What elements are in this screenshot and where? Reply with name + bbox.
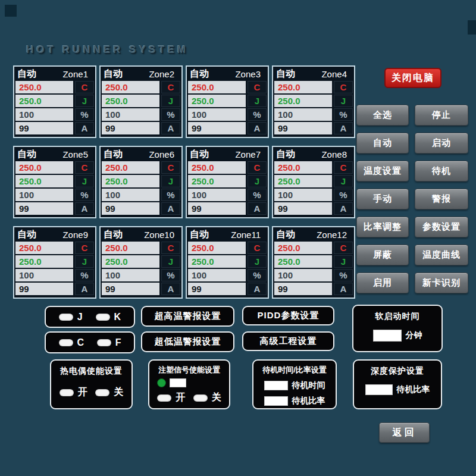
soft-start-label: 软启动时间	[353, 311, 441, 322]
manual-mode-button[interactable]: 手动	[356, 189, 409, 209]
zone-set-value: 250.0	[102, 175, 159, 187]
zone-panel[interactable]: 自动 Zone3 250.0 C 250.0 J 100 % 99 A	[186, 65, 269, 138]
stop-button[interactable]: 停止	[415, 105, 468, 126]
injection-signal-input[interactable]	[170, 378, 186, 387]
depth-protection-label: 深度保护设置	[354, 366, 441, 377]
tc-enable-off-option[interactable]: 关	[95, 386, 123, 399]
zone-current-row: 99 A	[102, 202, 180, 215]
zone-power-row: 100 %	[274, 108, 353, 121]
zone-set-row: 250.0 J	[102, 175, 180, 187]
ratio-adjust-button[interactable]: 比率调整	[356, 217, 409, 237]
zone-temp-unit-label: C	[248, 242, 267, 254]
select-all-button[interactable]: 全选	[356, 105, 409, 126]
percent-unit-label: %	[75, 189, 94, 201]
zone-panel[interactable]: 自动 Zone9 250.0 C 250.0 J 100 % 99 A	[13, 226, 96, 299]
zone-header: 自动 Zone11	[188, 228, 267, 240]
zone-set-value: 250.0	[274, 95, 332, 107]
zone-panel[interactable]: 自动 Zone5 250.0 C 250.0 J 100 % 99 A	[13, 146, 96, 218]
side-button-grid: 全选 停止 自动 启动 温度设置 待机 手动 警报 比率调整 参数设置 屏蔽 温…	[356, 105, 468, 293]
zone-temp-row: 250.0 C	[188, 81, 267, 93]
zone-set-value: 250.0	[274, 255, 332, 268]
ampere-unit-label: A	[334, 122, 353, 134]
param-setting-button[interactable]: 参数设置	[415, 217, 468, 237]
unit-c-option[interactable]: C	[59, 337, 84, 348]
depth-ratio-label: 待机比率	[397, 384, 430, 395]
injection-off-option[interactable]: 关	[193, 392, 221, 404]
zone-mode-label: 自动	[190, 228, 209, 241]
tc-type-k-option[interactable]: K	[96, 312, 121, 322]
radio-oval-icon	[95, 389, 109, 396]
zone-power-row: 100 %	[102, 108, 180, 121]
tc-enable-off-label: 关	[114, 386, 123, 399]
zone-mode-label: 自动	[276, 228, 295, 241]
temp-unit-select-panel: C F	[45, 331, 135, 353]
enable-button[interactable]: 启用	[356, 273, 409, 293]
shield-button[interactable]: 屏蔽	[356, 245, 409, 265]
zone-current-row: 99 A	[188, 202, 267, 215]
soft-start-unit-label: 分钟	[406, 330, 422, 341]
zone-current-row: 99 A	[15, 202, 94, 215]
zone-panel[interactable]: 自动 Zone1 250.0 C 250.0 J 100 % 99 A	[13, 65, 96, 138]
edge-decoration-square	[468, 20, 476, 35]
advanced-settings-button[interactable]: 高级工程设置	[242, 331, 334, 351]
depth-ratio-row: 待机比率	[354, 384, 441, 395]
zone-panel[interactable]: 自动 Zone6 250.0 C 250.0 J 100 % 99 A	[99, 146, 183, 218]
temp-setting-button[interactable]: 温度设置	[356, 161, 409, 181]
percent-unit-label: %	[248, 108, 267, 121]
high-temp-alarm-settings-button[interactable]: 超高温警报设置	[141, 306, 234, 327]
zone-sensor-type-label: J	[161, 175, 180, 187]
back-button[interactable]: 返回	[379, 422, 430, 443]
zone-header: 自动 Zone4	[274, 68, 353, 80]
zone-panel[interactable]: 自动 Zone7 250.0 C 250.0 J 100 % 99 A	[186, 146, 269, 218]
zone-sensor-type-label: J	[334, 255, 353, 268]
zone-current-value: 99	[15, 122, 73, 134]
injection-off-label: 关	[212, 392, 221, 404]
zone-name-label: Zone2	[149, 69, 174, 79]
shutdown-computer-button[interactable]: 关闭电脑	[384, 68, 441, 88]
injection-on-option[interactable]: 开	[157, 392, 185, 404]
standby-ratio-input[interactable]	[264, 396, 288, 406]
zone-current-value: 99	[188, 283, 246, 295]
depth-standby-ratio-input[interactable]	[365, 384, 393, 395]
tc-enable-on-option[interactable]: 开	[60, 386, 87, 399]
tc-type-j-option[interactable]: J	[59, 312, 83, 322]
zone-panel[interactable]: 自动 Zone4 250.0 C 250.0 J 100 % 99 A	[272, 65, 355, 138]
zone-panel[interactable]: 自动 Zone10 250.0 C 250.0 J 100 % 99 A	[99, 226, 183, 299]
ampere-unit-label: A	[248, 283, 267, 295]
zone-name-label: Zone3	[235, 69, 261, 79]
zone-name-label: Zone5	[62, 149, 88, 159]
zone-panel[interactable]: 自动 Zone2 250.0 C 250.0 J 100 % 99 A	[99, 65, 183, 138]
injection-options: 开 关	[149, 392, 229, 404]
temp-curve-button[interactable]: 温度曲线	[415, 245, 468, 265]
start-button[interactable]: 启动	[415, 133, 468, 154]
auto-mode-button[interactable]: 自动	[356, 133, 409, 154]
pidd-param-settings-button[interactable]: PIDD参数设置	[242, 306, 334, 325]
zone-current-row: 99 A	[274, 122, 353, 134]
zone-power-row: 100 %	[188, 269, 267, 281]
standby-button[interactable]: 待机	[415, 161, 468, 181]
standby-time-input[interactable]	[264, 381, 288, 390]
alarm-button[interactable]: 警报	[415, 189, 468, 209]
ampere-unit-label: A	[248, 122, 267, 134]
zone-header: 自动 Zone6	[102, 148, 180, 160]
zone-temp-unit-label: C	[75, 81, 94, 93]
unit-f-option[interactable]: F	[97, 337, 121, 348]
zone-temp-value: 250.0	[102, 161, 159, 174]
zone-panel[interactable]: 自动 Zone11 250.0 C 250.0 J 100 % 99 A	[186, 226, 269, 299]
zone-panel[interactable]: 自动 Zone8 250.0 C 250.0 J 100 % 99 A	[272, 146, 355, 218]
zone-name-label: Zone11	[231, 230, 261, 240]
zone-current-value: 99	[188, 202, 246, 215]
zone-panel[interactable]: 自动 Zone12 250.0 C 250.0 J 100 % 99 A	[272, 226, 355, 299]
zone-current-row: 99 A	[188, 122, 267, 134]
zone-output-percent: 100	[188, 189, 246, 201]
zone-temp-value: 250.0	[188, 81, 246, 93]
new-card-detect-button[interactable]: 新卡识别	[415, 273, 468, 293]
zone-temp-row: 250.0 C	[188, 161, 267, 174]
zone-header: 自动 Zone8	[274, 148, 353, 160]
zone-temp-value: 250.0	[15, 242, 73, 254]
zone-sensor-type-label: J	[334, 95, 353, 107]
low-temp-alarm-settings-button[interactable]: 超低温警报设置	[141, 331, 234, 352]
soft-start-time-input[interactable]	[373, 330, 402, 342]
zone-current-row: 99 A	[274, 283, 353, 295]
ampere-unit-label: A	[248, 202, 267, 215]
